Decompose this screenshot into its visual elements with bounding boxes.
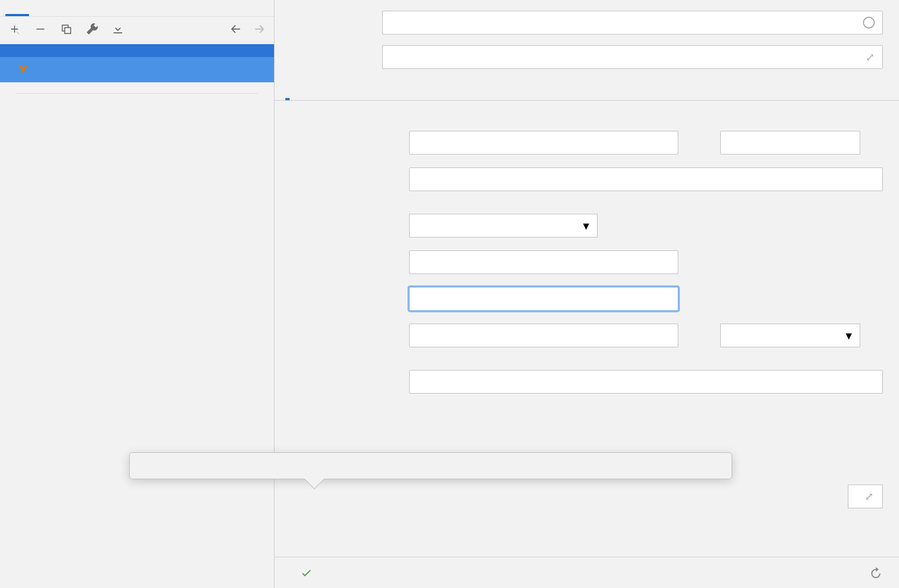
save-select[interactable]: ▾ — [720, 324, 860, 347]
svg-rect-2 — [65, 27, 71, 33]
tab-drivers[interactable] — [29, 0, 53, 16]
import-icon[interactable] — [111, 22, 125, 36]
connection-form: ▾ ▾ — [275, 122, 899, 402]
database-input[interactable] — [409, 370, 883, 394]
chevron-down-icon: ▾ — [583, 219, 589, 233]
domain-input[interactable] — [409, 250, 678, 274]
instance-input[interactable] — [409, 167, 883, 191]
back-icon[interactable] — [229, 22, 243, 36]
color-ring-icon[interactable] — [863, 17, 875, 29]
tree-group-header[interactable] — [0, 44, 274, 57]
tab-ssh-ssl[interactable] — [337, 84, 341, 100]
comment-input[interactable] — [390, 50, 866, 65]
expand-icon[interactable]: ⤢ — [866, 51, 875, 64]
app-root: ⤢ — [0, 0, 899, 588]
password-input[interactable] — [409, 324, 678, 347]
tree-separator — [16, 93, 258, 94]
expand-icon[interactable]: ⤢ — [865, 490, 874, 503]
comment-row: ⤢ — [275, 40, 899, 74]
tab-schemas[interactable] — [363, 84, 367, 100]
test-connection-popup — [129, 452, 732, 479]
tab-advanced[interactable] — [389, 84, 393, 100]
name-field-wrap — [382, 11, 883, 34]
tab-options[interactable] — [311, 84, 315, 100]
auth-select[interactable]: ▾ — [409, 214, 598, 237]
comment-field-wrap: ⤢ — [382, 45, 883, 69]
svg-rect-0 — [37, 29, 45, 30]
data-sources-tree — [0, 42, 274, 588]
remove-icon[interactable] — [33, 22, 47, 36]
add-icon[interactable] — [8, 22, 22, 36]
user-input[interactable] — [409, 287, 678, 311]
undo-icon[interactable] — [869, 566, 883, 580]
url-input-tail[interactable]: ⤢ — [848, 485, 883, 508]
name-row — [275, 5, 899, 40]
sidebar — [0, 0, 275, 588]
chevron-down-icon: ▾ — [846, 328, 852, 343]
port-input[interactable] — [720, 131, 860, 155]
tab-data-sources[interactable] — [5, 0, 29, 16]
tab-general[interactable] — [285, 84, 290, 100]
host-input[interactable] — [409, 131, 678, 155]
tree-item-mssql[interactable] — [0, 57, 274, 82]
check-icon — [300, 567, 312, 579]
wrench-icon[interactable] — [85, 22, 99, 36]
duplicate-icon[interactable] — [59, 22, 73, 36]
sidebar-tabs — [0, 0, 274, 17]
name-input[interactable] — [390, 16, 863, 30]
main-panel: ⤢ — [275, 0, 899, 588]
sidebar-toolbar — [0, 17, 274, 42]
tree-item-problems[interactable] — [0, 104, 274, 115]
config-tabs — [275, 79, 899, 101]
database-icon — [17, 64, 29, 75]
info-row — [275, 101, 899, 122]
forward-icon[interactable] — [252, 22, 266, 36]
footer-bar — [275, 557, 899, 588]
